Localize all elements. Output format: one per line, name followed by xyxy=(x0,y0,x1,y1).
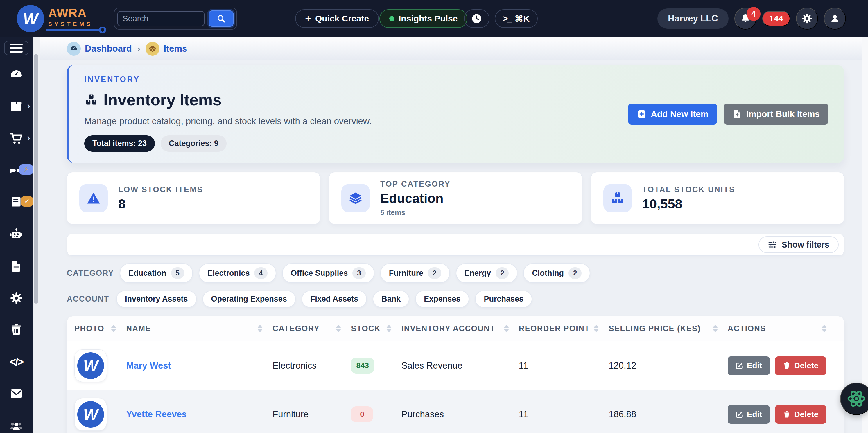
column-header-reorder-point[interactable]: REORDER POINT xyxy=(519,324,609,333)
edit-icon xyxy=(735,362,743,370)
sidebar-item-partners[interactable]: ⚡ xyxy=(7,163,26,178)
trash-icon xyxy=(783,362,791,370)
sidebar-item-inventory[interactable]: › xyxy=(7,99,26,114)
company-selector[interactable]: Harvey LLC xyxy=(657,8,728,29)
filter-bar: Show filters xyxy=(67,234,844,256)
quick-create-button[interactable]: + Quick Create xyxy=(295,9,379,28)
column-header-inventory-account[interactable]: INVENTORY ACCOUNT xyxy=(401,324,519,333)
sidebar-item-sales[interactable]: › xyxy=(7,131,26,146)
chip-count-badge: 4 xyxy=(254,267,267,279)
search-input[interactable] xyxy=(117,11,205,26)
breadcrumb-items[interactable]: Items xyxy=(146,42,187,56)
table-row: W Yvette Reeves Furniture 0 Purchases 11… xyxy=(67,390,844,433)
history-button[interactable] xyxy=(464,9,490,28)
column-header-category[interactable]: CATEGORY xyxy=(273,324,351,333)
scrollbar-thumb[interactable] xyxy=(34,54,38,304)
delete-button[interactable]: Delete xyxy=(775,405,826,424)
item-name-link[interactable]: Yvette Reeves xyxy=(126,409,273,420)
profile-button[interactable] xyxy=(824,7,846,30)
column-header-actions[interactable]: ACTIONS xyxy=(728,324,837,333)
sidebar-item-users[interactable] xyxy=(7,419,26,433)
content-scrollbar[interactable] xyxy=(33,37,39,433)
chevron-right-icon: › xyxy=(27,101,30,110)
column-header-stock[interactable]: STOCK xyxy=(351,324,401,333)
edit-button[interactable]: Edit xyxy=(728,405,770,424)
category-chip-education[interactable]: Education 5 xyxy=(120,263,193,283)
stat-value: Education xyxy=(380,191,451,206)
sort-icon xyxy=(713,325,718,332)
boxes-icon xyxy=(603,184,632,212)
column-header-name[interactable]: NAME xyxy=(126,324,273,333)
settings-button[interactable] xyxy=(796,7,818,30)
breadcrumb-dashboard[interactable]: Dashboard xyxy=(67,42,132,56)
stat-top-category: TOP CATEGORY Education 5 items xyxy=(329,172,582,224)
sidebar-item-documents[interactable] xyxy=(7,259,26,273)
search-group xyxy=(114,7,237,30)
add-new-item-button[interactable]: Add New Item xyxy=(628,104,717,125)
stock-badge: 843 xyxy=(351,358,374,373)
avatar: W xyxy=(77,401,104,428)
sidebar-item-developer[interactable]: </> xyxy=(7,355,26,369)
search-button[interactable] xyxy=(209,10,234,27)
item-name-link[interactable]: Mary West xyxy=(126,361,273,371)
delete-button[interactable]: Delete xyxy=(775,356,826,375)
column-header-photo[interactable]: PHOTO xyxy=(74,324,126,333)
sort-icon xyxy=(111,325,116,332)
page-scrollbar[interactable] xyxy=(862,37,868,433)
sidebar-item-automation[interactable] xyxy=(7,227,26,241)
sidebar-item-trash[interactable] xyxy=(7,323,26,337)
sliders-icon xyxy=(768,240,777,249)
item-inventory-account: Sales Revenue xyxy=(401,361,519,371)
insights-pulse-label: Insights Pulse xyxy=(399,14,458,24)
category-chip-electronics[interactable]: Electronics 4 xyxy=(199,263,276,283)
import-bulk-items-button[interactable]: Import Bulk Items xyxy=(724,104,829,125)
page-body: INVENTORY Inventory Items Mana xyxy=(39,60,868,433)
category-chip-furniture[interactable]: Furniture 2 xyxy=(380,263,450,283)
plus-icon: + xyxy=(305,13,311,24)
trash-icon xyxy=(783,410,791,419)
document-icon xyxy=(9,259,23,273)
quick-create-label: Quick Create xyxy=(315,14,369,24)
alert-count-badge[interactable]: 144 xyxy=(762,11,790,26)
atom-icon xyxy=(847,389,866,408)
show-filters-button[interactable]: Show filters xyxy=(758,236,839,253)
sidebar-item-mail[interactable] xyxy=(7,387,26,401)
sort-icon xyxy=(336,325,341,332)
item-photo: W xyxy=(74,398,107,431)
brand-subtitle: SYSTEMS xyxy=(48,21,93,27)
category-row-label: CATEGORY xyxy=(67,269,114,278)
brand-name: AWRA xyxy=(48,7,93,19)
inventory-hero-card: INVENTORY Inventory Items Mana xyxy=(67,65,844,163)
account-chip-inventory-assets[interactable]: Inventory Assets xyxy=(116,291,197,308)
category-chip-energy[interactable]: Energy 2 xyxy=(456,263,518,283)
account-chip-bank[interactable]: Bank xyxy=(373,291,409,308)
cart-icon xyxy=(9,131,23,145)
item-selling-price: 186.88 xyxy=(609,409,727,420)
account-chip-purchases[interactable]: Purchases xyxy=(475,291,532,308)
avatar: W xyxy=(77,352,104,379)
notifications-button[interactable]: 4 xyxy=(734,7,756,30)
sidebar-item-ledger[interactable]: ✓ xyxy=(7,195,26,209)
account-chip-fixed-assets[interactable]: Fixed Assets xyxy=(302,291,367,308)
item-selling-price: 120.12 xyxy=(609,361,727,371)
sidebar-item-dashboard[interactable] xyxy=(7,67,26,82)
stat-label: TOP CATEGORY xyxy=(380,180,451,189)
robot-icon xyxy=(9,227,23,241)
items-table: PHOTO NAME CATEGORY STOCK INVENTORY ACCO… xyxy=(67,317,844,433)
top-bar: W AWRA SYSTEMS + Quick Create Insights P… xyxy=(0,0,868,37)
category-chip-office-supplies[interactable]: Office Supplies 3 xyxy=(282,263,374,283)
command-palette-button[interactable]: >_ ⌘K xyxy=(495,9,538,28)
brand-logo[interactable]: W AWRA SYSTEMS xyxy=(17,5,93,32)
category-chip-clothing[interactable]: Clothing 2 xyxy=(523,263,590,283)
sidebar-item-settings[interactable] xyxy=(7,291,26,305)
edit-button[interactable]: Edit xyxy=(728,356,770,375)
menu-toggle-button[interactable] xyxy=(4,41,28,55)
insights-pulse-button[interactable]: Insights Pulse xyxy=(379,9,467,28)
total-items-badge: Total items: 23 xyxy=(84,135,155,152)
account-chip-expenses[interactable]: Expenses xyxy=(415,291,469,308)
stat-low-stock: LOW STOCK ITEMS 8 xyxy=(67,172,320,224)
column-header-selling-price[interactable]: SELLING PRICE (KES) xyxy=(609,324,727,333)
account-chip-operating-expenses[interactable]: Operating Expenses xyxy=(203,291,296,308)
warning-icon xyxy=(79,184,108,212)
brand-swoosh-icon xyxy=(46,27,107,33)
